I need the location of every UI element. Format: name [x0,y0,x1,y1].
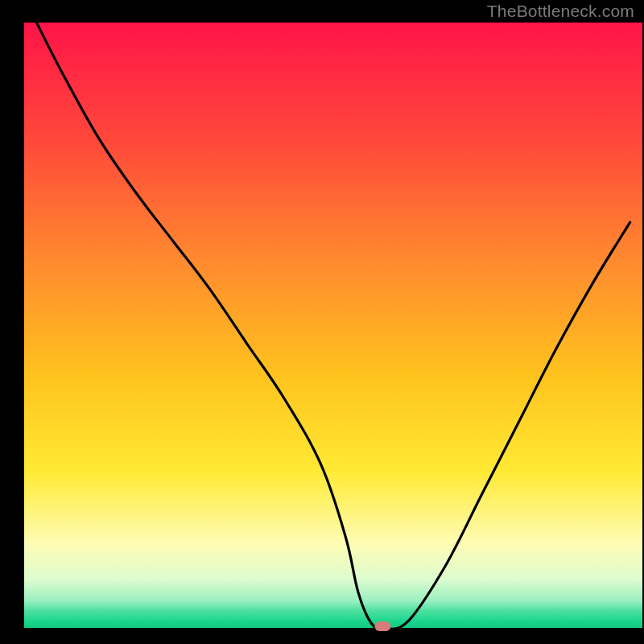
plot-area [24,23,642,628]
chart-svg [0,0,644,644]
watermark-text: TheBottleneck.com [487,2,634,21]
optimal-marker [374,621,390,631]
